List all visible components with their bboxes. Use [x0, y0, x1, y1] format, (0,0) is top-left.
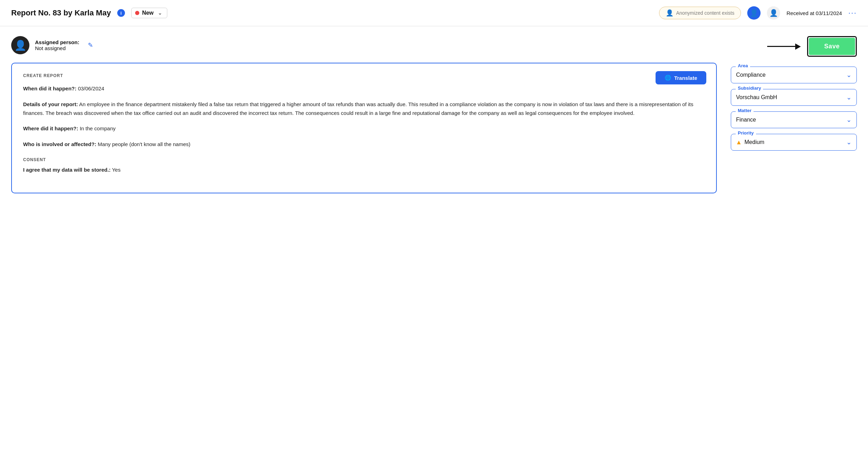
chevron-down-icon: ⌄	[846, 138, 852, 146]
assigned-text-block: Assigned person: Not assigned	[35, 39, 79, 51]
globe-icon: 🌐	[665, 75, 671, 81]
info-icon[interactable]: i	[117, 9, 125, 17]
details-field: Details of your report: An employee in t…	[23, 100, 705, 118]
details-value: An employee in the finance department mi…	[23, 101, 693, 116]
consent-label: CONSENT	[23, 157, 705, 162]
priority-dropdown[interactable]: ▲ Medium ⌄	[731, 134, 857, 151]
report-card: 🌐 Translate CREATE REPORT When did it ha…	[11, 63, 717, 193]
chevron-down-icon: ⌄	[846, 116, 852, 124]
area-field-group: Area Compliance ⌄	[731, 67, 857, 83]
more-options-button[interactable]: ···	[848, 8, 857, 18]
subsidiary-value: Vorschau GmbH	[736, 94, 846, 101]
subsidiary-dropdown[interactable]: Vorschau GmbH ⌄	[731, 89, 857, 106]
active-user-avatar-button[interactable]: 👤	[747, 6, 761, 20]
arrow-line	[767, 46, 795, 47]
create-report-label: CREATE REPORT	[23, 73, 705, 78]
arrow-head	[795, 43, 801, 50]
when-label: When did it happen?:	[23, 85, 76, 91]
edit-icon[interactable]: ✎	[88, 41, 93, 49]
subsidiary-label: Subsidiary	[736, 85, 763, 91]
who-value: Many people (don't know all the names)	[98, 141, 190, 147]
matter-value: Finance	[736, 117, 846, 123]
when-field: When did it happen?: 03/06/2024	[23, 84, 705, 93]
assigned-person-value: Not assigned	[35, 45, 79, 51]
priority-label: Priority	[736, 130, 756, 136]
details-label: Details of your report:	[23, 101, 78, 107]
status-label: New	[142, 10, 154, 16]
user-filled-icon: 👤	[750, 9, 758, 17]
header: Report No. 83 by Karla May i New ⌄ 👤 Ano…	[0, 0, 868, 26]
translate-button[interactable]: 🌐 Translate	[656, 71, 706, 84]
matter-label: Matter	[736, 108, 754, 113]
matter-field-group: Matter Finance ⌄	[731, 111, 857, 128]
who-label: Who is involved or affected?:	[23, 141, 96, 147]
area-label: Area	[736, 63, 750, 68]
received-date: Received at 03/11/2024	[786, 10, 842, 16]
when-value: 03/06/2024	[78, 85, 104, 91]
area-dropdown[interactable]: Compliance ⌄	[731, 67, 857, 83]
priority-field-group: Priority ▲ Medium ⌄	[731, 134, 857, 151]
status-dot	[135, 11, 139, 15]
right-panel: Save Area Compliance ⌄ Subsidiary Vorsch…	[731, 36, 857, 193]
anonymized-badge: 👤 Anonymized content exists	[659, 7, 741, 19]
anon-badge-text: Anonymized content exists	[676, 10, 735, 16]
save-button[interactable]: Save	[809, 38, 855, 55]
avatar-icon: 👤	[14, 40, 27, 51]
assigned-person-label: Assigned person:	[35, 39, 79, 45]
consent-field: I agree that my data will be stored.: Ye…	[23, 166, 705, 174]
inactive-user-avatar-button[interactable]: 👤	[767, 6, 780, 20]
chevron-down-icon: ⌄	[158, 10, 162, 16]
where-value: In the company	[80, 125, 116, 131]
who-field: Who is involved or affected?: Many peopl…	[23, 140, 705, 149]
priority-up-icon: ▲	[736, 139, 742, 145]
person-outline-icon: 👤	[666, 9, 673, 17]
chevron-down-icon: ⌄	[846, 71, 852, 79]
subsidiary-field-group: Subsidiary Vorschau GmbH ⌄	[731, 89, 857, 106]
where-field: Where did it happen?: In the company	[23, 124, 705, 133]
status-dropdown[interactable]: New ⌄	[131, 8, 167, 18]
assigned-person-row: 👤 Assigned person: Not assigned ✎	[11, 36, 717, 54]
avatar: 👤	[11, 36, 29, 54]
priority-value: Medium	[744, 139, 846, 145]
report-title: Report No. 83 by Karla May	[11, 8, 111, 18]
consent-value: Yes	[112, 167, 120, 173]
translate-label: Translate	[674, 75, 697, 81]
save-row: Save	[731, 36, 857, 57]
matter-dropdown[interactable]: Finance ⌄	[731, 111, 857, 128]
left-panel: 👤 Assigned person: Not assigned ✎ 🌐 Tran…	[11, 36, 731, 193]
area-value: Compliance	[736, 72, 846, 78]
main-content: 👤 Assigned person: Not assigned ✎ 🌐 Tran…	[0, 26, 868, 203]
arrow-indicator	[767, 43, 801, 50]
consent-field-label: I agree that my data will be stored.:	[23, 167, 111, 173]
chevron-down-icon: ⌄	[846, 94, 852, 101]
user-outline-icon: 👤	[769, 9, 778, 17]
save-button-wrapper: Save	[807, 36, 857, 57]
where-label: Where did it happen?:	[23, 125, 78, 131]
